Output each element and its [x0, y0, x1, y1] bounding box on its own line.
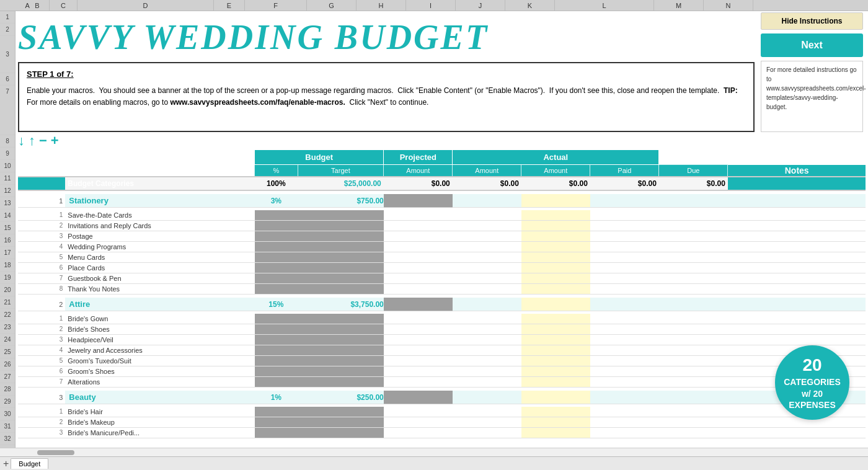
item-row-brides-gown: 1 Bride's Gown [18, 314, 866, 324]
col-c: C [50, 0, 78, 11]
row-7: 7 [0, 86, 15, 135]
budget-table-container: Budget Projected Actual % Target Amount [16, 149, 868, 438]
row-22: 22 [0, 309, 15, 321]
item-save-date: Save-the-Date Cards [65, 210, 254, 221]
sheet-main-content: SAVVY WEDDING BUDGET STEP 1 of 7: Enable… [16, 11, 868, 448]
col-j: J [456, 0, 505, 11]
item-row-postage: 3 Postage [18, 231, 866, 241]
row-11: 11 [0, 172, 15, 185]
amount-header: Amount [384, 165, 453, 177]
item-brides-makeup: Bride's Makeup [65, 417, 254, 427]
item-row-grooms-shoes: 6 Groom's Shoes [18, 366, 866, 376]
total-proj: $0.00 [453, 177, 521, 190]
item-alterations: Alterations [65, 376, 254, 387]
item-headpiece: Headpiece/Veil [65, 334, 254, 345]
scrollbar-thumb[interactable] [37, 450, 74, 455]
category-row-beauty: 3 Beauty 1% $250.00 [18, 391, 866, 404]
item-row-brides-hair: 1 Bride's Hair [18, 407, 866, 417]
row-18: 18 [0, 259, 15, 272]
row-9: 9 [0, 148, 15, 160]
row-26: 26 [0, 358, 15, 371]
badge-number: 20 [802, 354, 822, 376]
item-place-cards: Place Cards [65, 262, 254, 273]
projected-header: Projected [384, 150, 453, 165]
total-amount: $0.00 [384, 177, 453, 190]
category-3-name: Beauty [69, 392, 95, 402]
total-pct: 100% [255, 177, 298, 190]
item-row-menu-cards: 5 Menu Cards [18, 252, 866, 262]
add-sheet-button[interactable]: + [3, 458, 9, 469]
col-l: L [555, 0, 654, 11]
due-header: Due [659, 165, 728, 177]
row-29: 29 [0, 396, 15, 408]
row-16: 16 [0, 234, 15, 247]
side-panel: Hide Instructions Next For more detailed… [761, 12, 863, 132]
more-info-box: For more detailed instructions go to www… [761, 61, 863, 132]
down-arrow-button[interactable]: ↓ [18, 133, 25, 149]
title-area: SAVVY WEDDING BUDGET [18, 12, 755, 62]
badge-categories: CATEGORIES [784, 376, 841, 388]
table-controls: ↓ ↑ − + [16, 132, 868, 149]
paid-header: Paid [590, 165, 659, 177]
item-row-brides-makeup: 2 Bride's Makeup [18, 417, 866, 427]
item-row-invitations: 2 Invitations and Reply Cards [18, 220, 866, 231]
item-tuxedo: Groom's Tuxedo/Suit [65, 355, 254, 366]
cat1-proj [453, 194, 521, 208]
cat1-due [659, 194, 728, 208]
row-21: 21 [0, 296, 15, 309]
pct-header: % [255, 165, 298, 177]
row-1: 1 [0, 11, 15, 24]
row-28: 28 [0, 383, 15, 396]
minus-button[interactable]: − [39, 133, 47, 149]
row-24: 24 [0, 334, 15, 346]
row-15: 15 [0, 222, 15, 234]
row-27: 27 [0, 371, 15, 383]
notes-total-cell [728, 177, 866, 190]
plus-button[interactable]: + [51, 133, 59, 149]
totals-row: Budget Categories 100% $25,000.00 $0.00 … [18, 177, 866, 190]
category-row-stationery: 1 Stationery 3% $750.00 [18, 194, 866, 208]
col-f: F [245, 0, 307, 11]
category-1-pct: 3% [255, 194, 298, 208]
budget-tab[interactable]: Budget [11, 458, 48, 469]
total-paid: $0.00 [590, 177, 659, 190]
next-button[interactable]: Next [761, 33, 863, 57]
target-header: Target [298, 165, 384, 177]
row-6: 6 [0, 73, 15, 86]
row-30: 30 [0, 408, 15, 420]
item-row-alterations: 7 Alterations [18, 376, 866, 387]
col-i: I [406, 0, 456, 11]
row-3-5: 3 [0, 36, 15, 73]
item-brides-hair: Bride's Hair [65, 407, 254, 417]
row-19: 19 [0, 272, 15, 284]
item-row-jewelry: 4 Jewelry and Accessories [18, 345, 866, 355]
total-due: $0.00 [659, 177, 728, 190]
col-h: H [356, 0, 406, 11]
category-row-attire: 2 Attire 15% $3,750.00 [18, 298, 866, 311]
item-jewelry: Jewelry and Accessories [65, 345, 254, 355]
row-2: 2 [0, 24, 15, 36]
up-arrow-button[interactable]: ↑ [29, 133, 35, 149]
header-row-main: Budget Projected Actual [18, 150, 866, 165]
row-25: 25 [0, 346, 15, 358]
cat1-notes [728, 194, 866, 208]
row-32: 32 [0, 433, 15, 445]
actual-header: Actual [453, 150, 659, 165]
horizontal-scrollbar[interactable] [0, 448, 868, 456]
actual-amount-header: Amount [521, 165, 590, 177]
category-1-target: $750.00 [298, 194, 384, 208]
item-row-brides-mani: 3 Bride's Manicure/Pedi... [18, 427, 866, 438]
tab-bar: + Budget [0, 456, 868, 470]
item-postage: Postage [65, 231, 254, 241]
row-33: 33 [0, 445, 15, 448]
item-row-headpiece: 3 Headpiece/Veil [18, 334, 866, 345]
hide-instructions-button[interactable]: Hide Instructions [761, 12, 863, 30]
header-row-sub: % Target Amount Amount Amount Paid Due N… [18, 165, 866, 177]
item-row-place-cards: 6 Place Cards [18, 262, 866, 273]
badge-expenses: EXPENSES [789, 399, 835, 410]
col-e: E [214, 0, 245, 11]
instructions-body: Enable your macros. You should see a ban… [27, 85, 746, 109]
category-2-name: Attire [69, 299, 90, 309]
item-row-brides-shoes: 2 Bride's Shoes [18, 324, 866, 334]
col-k: K [505, 0, 555, 11]
